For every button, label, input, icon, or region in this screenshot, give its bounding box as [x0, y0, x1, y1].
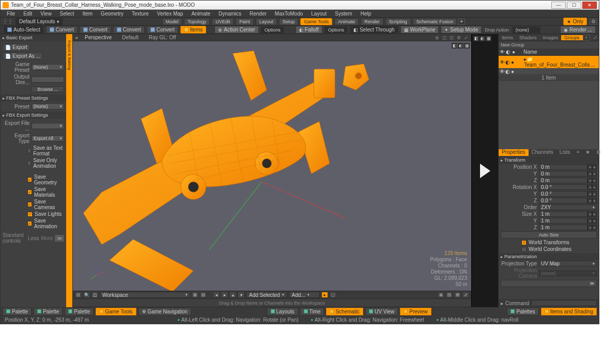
autoselect-button[interactable]: Auto-Select	[4, 26, 44, 34]
btab-palettes[interactable]: Palettes	[507, 308, 538, 315]
addselected-dropdown[interactable]: Add Selected	[246, 292, 287, 298]
menu-render[interactable]: Render	[245, 11, 271, 17]
col-toggle-icon[interactable]: ◐	[506, 49, 512, 55]
rotx-input[interactable]: 0.0 °	[539, 184, 587, 190]
ws-r2[interactable]: ⊡	[446, 292, 453, 298]
workplane-button[interactable]: ▦ WorkPlane	[400, 26, 439, 34]
menu-help[interactable]: Help	[357, 11, 376, 17]
browse-button[interactable]: Browse ...	[32, 86, 64, 92]
tab-layout[interactable]: Layout	[256, 18, 277, 25]
ws-icon-1[interactable]: ⊡	[75, 292, 82, 298]
gamepreset-dropdown[interactable]: (None)	[32, 64, 64, 70]
ws-r3[interactable]: ⚙	[454, 292, 461, 298]
tab-topology[interactable]: Topology	[184, 18, 210, 25]
vp-cube-icon[interactable]: ◧	[452, 43, 457, 49]
autosize-button[interactable]: Auto Size	[501, 231, 597, 239]
ws-arrow-d[interactable]: ▾	[238, 292, 244, 298]
saveanim-checkbox[interactable]	[27, 221, 32, 226]
menu-animate[interactable]: Animate	[187, 11, 214, 17]
export-button[interactable]: 📄 Export	[3, 43, 30, 51]
btab-preview[interactable]: Preview	[400, 308, 431, 315]
menu-item[interactable]: Item	[79, 11, 97, 17]
worldcoords-checkbox[interactable]	[521, 247, 527, 252]
convert-button-3[interactable]: Convert	[113, 26, 145, 34]
add-tab-button[interactable]: +	[458, 19, 465, 25]
rtab-expand[interactable]: ⤢	[590, 35, 600, 40]
exporttype-dropdown[interactable]: Export All	[32, 135, 64, 141]
vp-sphere-icon[interactable]: ◐	[458, 43, 463, 49]
side-tab-column[interactable]: Export & Baking	[66, 34, 72, 307]
proptab-gear[interactable]: ⚙	[593, 149, 603, 156]
posz-input[interactable]: 0 m	[539, 178, 587, 183]
savelight-checkbox[interactable]	[27, 212, 33, 217]
tab-scripting[interactable]: Scripting	[385, 18, 411, 25]
rtab-items[interactable]: Items	[499, 35, 516, 40]
btab-gamenav[interactable]: ⊕ Game Navigation	[138, 308, 191, 315]
ws-toggle-1[interactable]: ●	[321, 292, 328, 298]
ws-toggle-2[interactable]: ◌	[330, 292, 336, 298]
menu-dynamics[interactable]: Dynamics	[214, 11, 245, 17]
btab-palette-1[interactable]: Palette	[3, 308, 32, 315]
window-maximize-button[interactable]: ☐	[567, 2, 581, 9]
rs-icon-2[interactable]: ◐	[480, 36, 485, 41]
vp-icon-4[interactable]: ⚙	[456, 35, 462, 40]
options-button-1[interactable]: Options	[261, 26, 284, 34]
exportfile-dropdown[interactable]	[32, 123, 64, 129]
exportas-button[interactable]: 📄 Export As ...	[3, 52, 43, 60]
ws-icon-2[interactable]: 🔍	[83, 292, 90, 298]
workspace-dropdown[interactable]: Workspace	[100, 292, 190, 298]
menu-vertexmap[interactable]: Vertex Map	[153, 11, 188, 17]
window-close-button[interactable]: ✕	[582, 2, 597, 9]
vp-icon-1[interactable]: ⊕	[434, 35, 440, 40]
ws-icon-3[interactable]: ◫	[91, 292, 98, 298]
savemat-checkbox[interactable]	[27, 189, 32, 195]
group-item-row2[interactable]: 👁◐●	[499, 68, 599, 74]
tab-model[interactable]: Model	[162, 18, 182, 25]
btab-palette-2[interactable]: Palette	[34, 308, 63, 315]
sizey-input[interactable]: 1 m	[539, 218, 587, 224]
col-eye-icon[interactable]: 👁	[500, 49, 506, 55]
btab-time[interactable]: Time	[300, 308, 324, 315]
rs-icon-1[interactable]: ◧	[473, 36, 479, 41]
proptab-properties[interactable]: Properties	[499, 149, 529, 156]
vp-icon-3[interactable]: ⊡	[449, 35, 455, 40]
menu-maxtomodo[interactable]: MaxToModo	[271, 11, 307, 17]
vptab-default[interactable]: Default	[119, 35, 142, 40]
worldtransforms-checkbox[interactable]	[521, 240, 527, 245]
btab-itemshading[interactable]: Items and Shading	[541, 308, 597, 315]
ws-arrow-u[interactable]: ▴	[229, 292, 236, 298]
rtab-images[interactable]: Images	[540, 35, 562, 40]
roty-input[interactable]: 0.0 °	[539, 191, 587, 197]
ws-arrow-r[interactable]: ▸	[221, 292, 228, 298]
col-dot-icon[interactable]: ●	[512, 49, 518, 55]
btab-schematic[interactable]: Schematic	[326, 308, 363, 315]
proptab-lists[interactable]: Lists	[556, 149, 574, 156]
dropaction-dropdown[interactable]: (none)	[512, 26, 540, 34]
order-dropdown[interactable]: ZXY	[539, 204, 597, 210]
parametrization-section[interactable]: Parametrization	[499, 253, 599, 260]
transform-section[interactable]: Transform	[499, 156, 599, 164]
rtab-add[interactable]: +	[583, 35, 590, 41]
menu-layout[interactable]: Layout	[307, 11, 331, 17]
rotz-input[interactable]: 0.0 °	[539, 198, 587, 203]
convert-button-2[interactable]: Convert	[80, 26, 111, 34]
command-input[interactable]	[531, 300, 597, 306]
ws-r1[interactable]: ⊕	[438, 292, 444, 298]
fbxexport-header[interactable]: FBX Export Settings	[1, 112, 66, 119]
sizex-input[interactable]: 1 m	[539, 211, 587, 217]
savecam-checkbox[interactable]	[27, 202, 32, 207]
projcam-dropdown[interactable]: (none)	[539, 271, 597, 276]
btab-gametools[interactable]: Game Tools	[96, 308, 136, 315]
rtab-groups[interactable]: Groups	[561, 35, 583, 40]
tab-setup[interactable]: Setup	[279, 18, 299, 25]
ws-grid-2[interactable]: ⊟	[200, 292, 207, 298]
vptab-perspective[interactable]: Perspective	[82, 35, 115, 40]
ws-r4[interactable]: ⤢	[462, 292, 469, 298]
menu-file[interactable]: File	[3, 11, 19, 17]
setupmode-button[interactable]: ✦ Setup Mode	[441, 26, 482, 34]
saveonlyanim-checkbox[interactable]	[27, 161, 31, 166]
play-icon[interactable]	[480, 164, 490, 178]
drag-hint[interactable]: Drag & Drop Items or Channels into the W…	[73, 299, 471, 307]
vptab-raygl[interactable]: Ray GL: Off	[146, 35, 179, 40]
basic-export-header[interactable]: Basic Export	[1, 34, 66, 41]
